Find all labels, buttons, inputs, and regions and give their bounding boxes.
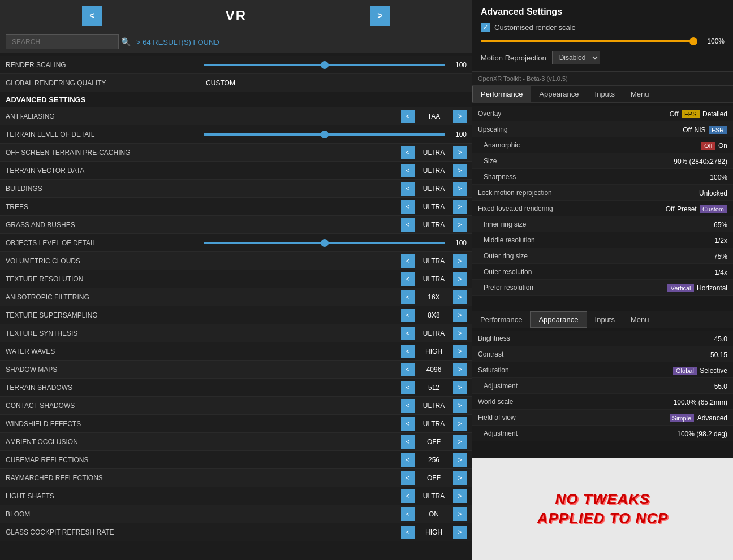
ctrl-btn-left[interactable]: <	[401, 327, 415, 340]
oxr-label: Brightness	[478, 335, 714, 342]
ctrl-btn-right[interactable]: >	[453, 272, 467, 286]
ctrl-btn-right[interactable]: >	[453, 489, 467, 503]
ctrl-value: ULTRA	[417, 329, 451, 337]
ctrl-btn-left[interactable]: <	[401, 182, 415, 196]
setting-label: SHADOW MAPS	[6, 366, 204, 374]
setting-control: <4096>	[204, 363, 467, 376]
ctrl-btn-right[interactable]: >	[453, 453, 467, 467]
ctrl-btn-right[interactable]: >	[453, 200, 467, 214]
ctrl-btn-left[interactable]: <	[401, 471, 415, 485]
tag-yellow[interactable]: FPS	[682, 110, 699, 118]
setting-row: CONTACT SHADOWS<ULTRA>	[0, 397, 472, 415]
ctrl-btn-right[interactable]: >	[453, 526, 467, 539]
oxr-label: Size	[478, 157, 674, 165]
ctrl-btn-left[interactable]: <	[401, 164, 415, 177]
range-slider[interactable]	[204, 133, 445, 136]
ctrl-btn-left[interactable]: <	[401, 526, 415, 539]
adv-render-slider[interactable]	[481, 40, 697, 42]
nav-left-button[interactable]: <	[82, 6, 102, 26]
ctrl-btn-left[interactable]: <	[401, 345, 415, 358]
tab-bar-top: PerformanceAppearanceInputsMenu	[472, 86, 733, 103]
ctrl-btn-left[interactable]: <	[401, 254, 415, 268]
ctrl-btn-left[interactable]: <	[401, 272, 415, 286]
ctrl-btn-left[interactable]: <	[401, 363, 415, 376]
ctrl-btn-left[interactable]: <	[401, 381, 415, 394]
ctrl-btn-left[interactable]: <	[401, 110, 415, 123]
ctrl-btn-right[interactable]: >	[453, 345, 467, 358]
checkbox-row: ✓ Customised render scale	[481, 23, 725, 32]
advanced-settings-header: Advanced Settings ✓ Customised render sc…	[472, 0, 733, 72]
search-input[interactable]	[6, 34, 119, 49]
ctrl-btn-left[interactable]: <	[401, 218, 415, 232]
tab-bottom-menu[interactable]: Menu	[623, 311, 657, 328]
ctrl-btn-left[interactable]: <	[401, 435, 415, 449]
ctrl-btn-right[interactable]: >	[453, 164, 467, 177]
ctrl-btn-left[interactable]: <	[401, 290, 415, 304]
openxr-version: OpenXR Toolkit - Beta-3 (v1.0.5)	[472, 72, 733, 86]
page-title: VR	[226, 8, 247, 24]
ctrl-btn-left[interactable]: <	[401, 489, 415, 503]
tag-off[interactable]: Off	[701, 142, 715, 150]
tag-purple[interactable]: Vertical	[667, 284, 693, 292]
setting-control: <ULTRA>	[204, 327, 467, 340]
nav-right-button[interactable]: >	[370, 6, 390, 26]
ctrl-btn-right[interactable]: >	[453, 507, 467, 521]
ctrl-btn-right[interactable]: >	[453, 327, 467, 340]
ctrl-btn-right[interactable]: >	[453, 399, 467, 413]
ctrl-value: 16X	[417, 293, 451, 301]
ctrl-btn-right[interactable]: >	[453, 435, 467, 449]
tag-blue[interactable]: FSR	[709, 126, 727, 134]
motion-dropdown[interactable]: Disabled Enabled	[552, 51, 600, 64]
ctrl-value: 8X8	[417, 311, 451, 319]
ctrl-btn-right[interactable]: >	[453, 417, 467, 431]
ctrl-btn-right[interactable]: >	[453, 363, 467, 376]
ctrl-btn-right[interactable]: >	[453, 218, 467, 232]
tag-purple[interactable]: Simple	[670, 414, 695, 422]
setting-label: TEXTURE SUPERSAMPLING	[6, 311, 204, 319]
range-slider[interactable]	[204, 242, 445, 244]
tab-bottom-inputs[interactable]: Inputs	[587, 311, 623, 328]
tag-purple[interactable]: Global	[673, 367, 697, 375]
slider-row: RENDER SCALING100	[0, 56, 472, 74]
range-slider[interactable]	[204, 64, 445, 66]
search-icon: 🔍	[121, 37, 131, 46]
ctrl-btn-left[interactable]: <	[401, 309, 415, 322]
customised-scale-checkbox[interactable]: ✓	[481, 23, 490, 32]
ctrl-value: ULTRA	[417, 275, 451, 283]
ctrl-btn-left[interactable]: <	[401, 200, 415, 214]
ctrl-btn-right[interactable]: >	[453, 471, 467, 485]
ctrl-btn-left[interactable]: <	[401, 453, 415, 467]
ctrl-btn-right[interactable]: >	[453, 146, 467, 159]
ctrl-btn-left[interactable]: <	[401, 507, 415, 521]
ctrl-btn-left[interactable]: <	[401, 146, 415, 159]
ctrl-value: ULTRA	[417, 257, 451, 265]
oxr-row: Adjustment55.0	[472, 378, 733, 394]
oxr-value-container: Unlocked	[699, 188, 727, 198]
tab-bottom-performance[interactable]: Performance	[472, 311, 530, 328]
slider-value: 100	[450, 61, 467, 69]
oxr-value-container: 1/4x	[714, 267, 727, 277]
oxr-value-container: Off FPS Detailed	[670, 108, 727, 119]
ctrl-btn-right[interactable]: >	[453, 110, 467, 123]
setting-control: <HIGH>	[204, 345, 467, 358]
ctrl-btn-right[interactable]: >	[453, 290, 467, 304]
oxr-value: Off	[670, 110, 679, 118]
oxr-row: Sharpness100%	[472, 169, 733, 185]
oxr-value: 100%	[710, 173, 727, 181]
tag-purple[interactable]: Custom	[700, 205, 727, 213]
setting-control: <OFF>	[204, 471, 467, 485]
openxr-section: OpenXR Toolkit - Beta-3 (v1.0.5) Perform…	[472, 72, 733, 458]
tab-performance[interactable]: Performance	[472, 86, 531, 102]
tab-inputs[interactable]: Inputs	[587, 86, 623, 102]
ctrl-btn-right[interactable]: >	[453, 309, 467, 322]
tab-menu[interactable]: Menu	[623, 86, 657, 102]
tab-bottom-appearance[interactable]: Appearance	[530, 311, 587, 328]
ctrl-btn-right[interactable]: >	[453, 381, 467, 394]
ctrl-btn-left[interactable]: <	[401, 399, 415, 413]
ctrl-btn-right[interactable]: >	[453, 182, 467, 196]
slider-container: 100	[204, 239, 467, 247]
tab-appearance[interactable]: Appearance	[531, 86, 587, 102]
ctrl-btn-right[interactable]: >	[453, 254, 467, 268]
setting-label: TREES	[6, 203, 204, 211]
ctrl-btn-left[interactable]: <	[401, 417, 415, 431]
